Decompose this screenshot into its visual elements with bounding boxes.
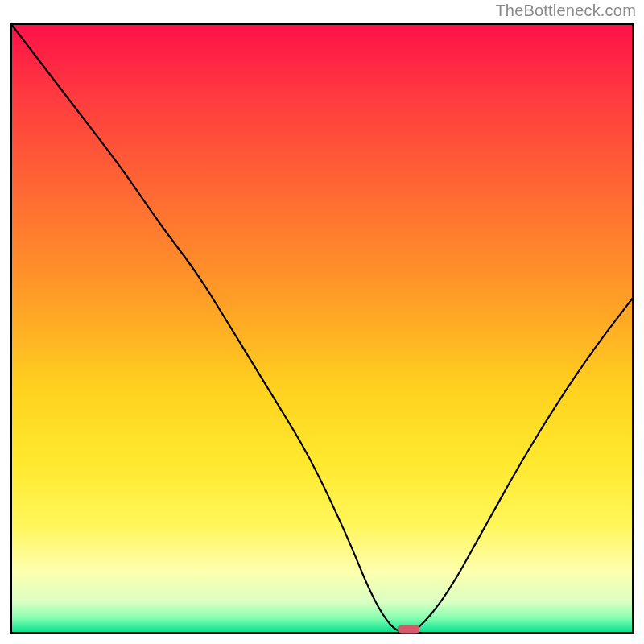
- optimal-marker: [398, 625, 419, 633]
- chart-container: { "watermark": "TheBottleneck.com", "cha…: [0, 0, 644, 644]
- watermark-text: TheBottleneck.com: [495, 2, 636, 20]
- plot-background: [11, 24, 633, 633]
- bottleneck-chart: [0, 0, 644, 644]
